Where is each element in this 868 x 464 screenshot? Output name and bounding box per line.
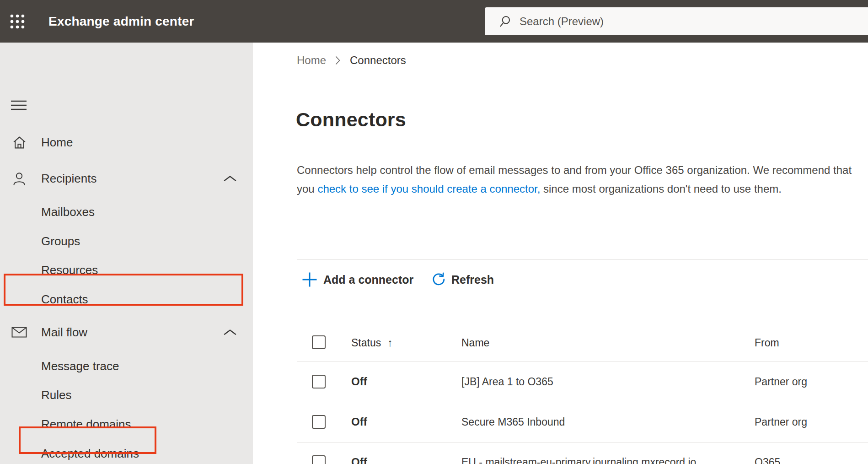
sidebar-item-mail-flow[interactable]: Mail flow [0, 318, 253, 347]
row-divider [297, 402, 868, 402]
row-from: Partner org [755, 415, 807, 429]
row-divider [297, 442, 868, 442]
sidebar-item-label: Resources [41, 263, 98, 277]
sidebar-nav: Home Recipients Mailboxes Groups Reso [0, 43, 253, 464]
main-content: Home Connectors Connectors Connectors he… [253, 43, 868, 464]
breadcrumb-home-link[interactable]: Home [297, 54, 326, 67]
row-status: Off [351, 455, 367, 464]
sidebar-item-label: Recipients [41, 172, 96, 186]
mail-icon [11, 325, 27, 340]
row-name[interactable]: Secure M365 Inbound [461, 415, 565, 429]
sidebar-item-mailboxes[interactable]: Mailboxes [0, 197, 253, 227]
column-header-status[interactable]: Status↑ [351, 336, 393, 350]
refresh-icon [430, 272, 446, 287]
sidebar-item-label: Home [41, 135, 73, 150]
row-status: Off [351, 415, 367, 429]
sort-ascending-icon: ↑ [387, 337, 393, 349]
create-connector-check-link[interactable]: check to see if you should create a conn… [317, 183, 540, 195]
refresh-button[interactable]: Refresh [430, 270, 494, 290]
app-launcher-button[interactable] [9, 13, 27, 30]
sidebar-item-resources[interactable]: Resources [0, 255, 253, 285]
chevron-up-icon [224, 175, 236, 182]
person-icon [11, 171, 27, 186]
sidebar-item-label: Message trace [41, 359, 119, 373]
search-box[interactable] [485, 7, 868, 35]
breadcrumb: Home Connectors [297, 53, 406, 68]
search-input[interactable] [512, 7, 868, 35]
sidebar-item-rules[interactable]: Rules [0, 380, 253, 410]
select-all-checkbox[interactable] [312, 335, 326, 349]
sidebar-item-label: Contacts [41, 292, 88, 307]
chevron-up-icon [224, 329, 236, 335]
sidebar-item-accepted-domains[interactable]: Accepted domains [0, 439, 253, 464]
sidebar-item-label: Mail flow [41, 325, 87, 340]
sidebar-item-label: Groups [41, 234, 80, 248]
topbar: Exchange admin center [0, 0, 868, 43]
toolbar-divider [297, 259, 868, 260]
sidebar-item-label: Remote domains [41, 417, 131, 432]
sidebar-item-label: Accepted domains [41, 447, 139, 461]
add-connector-button[interactable]: Add a connector [301, 270, 413, 290]
row-from: O365 [755, 455, 780, 464]
sidebar-item-label: Rules [41, 388, 71, 402]
breadcrumb-current: Connectors [350, 54, 406, 67]
sidebar-item-label: Mailboxes [41, 205, 95, 219]
search-icon [498, 14, 512, 29]
row-checkbox[interactable] [312, 415, 326, 429]
waffle-icon [9, 13, 26, 30]
column-header-from[interactable]: From [755, 336, 779, 350]
sidebar-item-recipients[interactable]: Recipients [0, 164, 253, 193]
header-divider [297, 361, 868, 362]
row-name[interactable]: [JB] Area 1 to O365 [461, 375, 553, 388]
app-title: Exchange admin center [48, 0, 194, 43]
exchange-admin-center: Exchange admin center [0, 0, 868, 464]
hamburger-icon [11, 100, 27, 111]
sidebar-item-home[interactable]: Home [0, 128, 253, 157]
row-status: Off [351, 375, 367, 388]
page-description: Connectors help control the flow of emai… [297, 161, 854, 198]
row-name[interactable]: EU - mailstream-eu-primary.journaling.mx… [461, 455, 696, 464]
column-header-name[interactable]: Name [461, 336, 489, 350]
page-title: Connectors [296, 108, 406, 131]
breadcrumb-chevron-icon [335, 56, 341, 65]
sidebar-item-groups[interactable]: Groups [0, 227, 253, 256]
row-checkbox[interactable] [312, 455, 326, 464]
sidebar-item-contacts[interactable]: Contacts [0, 285, 253, 314]
home-icon [11, 135, 27, 150]
description-text: since most organizations don't need to u… [540, 183, 782, 195]
row-from: Partner org [755, 375, 807, 388]
sidebar-item-remote-domains[interactable]: Remote domains [0, 410, 253, 439]
row-checkbox[interactable] [312, 375, 326, 388]
nav-collapse-button[interactable] [11, 100, 27, 111]
sidebar-item-message-trace[interactable]: Message trace [0, 351, 253, 381]
plus-icon [301, 271, 318, 288]
